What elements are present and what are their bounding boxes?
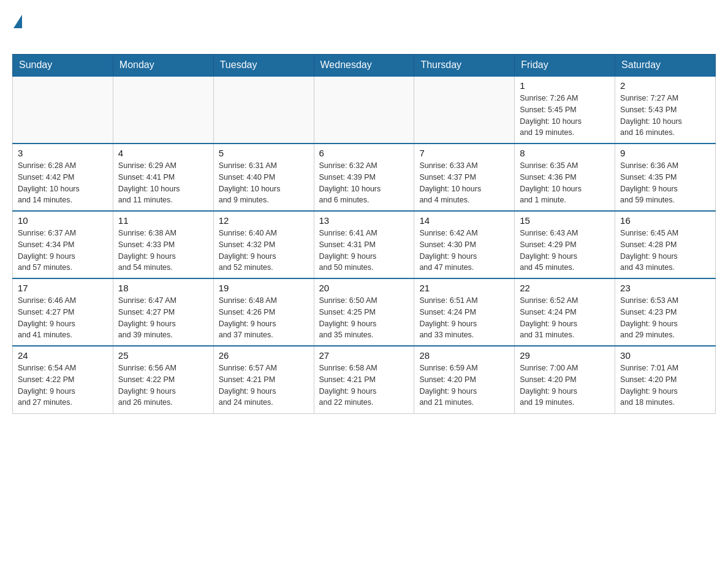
day-number: 19 [219,283,309,293]
calendar-cell: 27Sunrise: 6:58 AMSunset: 4:21 PMDayligh… [314,346,414,413]
calendar-table: SundayMondayTuesdayWednesdayThursdayFrid… [12,54,716,414]
day-info: Sunrise: 6:31 AMSunset: 4:40 PMDaylight:… [219,160,309,206]
calendar-cell: 26Sunrise: 6:57 AMSunset: 4:21 PMDayligh… [213,346,314,413]
day-number: 4 [118,148,208,158]
day-number: 3 [18,148,108,158]
day-info: Sunrise: 6:51 AMSunset: 4:24 PMDaylight:… [419,295,509,341]
logo-triangle-icon [13,15,22,28]
calendar-cell: 1Sunrise: 7:26 AMSunset: 5:45 PMDaylight… [515,76,615,144]
day-info: Sunrise: 6:33 AMSunset: 4:37 PMDaylight:… [419,160,509,206]
day-number: 9 [620,148,710,158]
calendar-cell: 5Sunrise: 6:31 AMSunset: 4:40 PMDaylight… [213,144,314,211]
day-info: Sunrise: 6:59 AMSunset: 4:20 PMDaylight:… [419,362,509,408]
calendar-cell: 6Sunrise: 6:32 AMSunset: 4:39 PMDaylight… [314,144,414,211]
day-number: 29 [520,350,610,361]
calendar-header-tuesday: Tuesday [213,55,314,77]
day-number: 13 [319,215,409,226]
calendar-cell: 12Sunrise: 6:40 AMSunset: 4:32 PMDayligh… [213,211,314,278]
day-number: 20 [319,283,409,293]
day-info: Sunrise: 6:48 AMSunset: 4:26 PMDaylight:… [219,295,309,341]
calendar-cell: 18Sunrise: 6:47 AMSunset: 4:27 PMDayligh… [113,278,213,346]
day-info: Sunrise: 6:54 AMSunset: 4:22 PMDaylight:… [18,362,108,408]
day-info: Sunrise: 6:58 AMSunset: 4:21 PMDaylight:… [319,362,409,408]
day-info: Sunrise: 7:27 AMSunset: 5:43 PMDaylight:… [620,93,710,139]
day-info: Sunrise: 6:57 AMSunset: 4:21 PMDaylight:… [219,362,309,408]
calendar-header-friday: Friday [515,55,615,77]
day-info: Sunrise: 6:56 AMSunset: 4:22 PMDaylight:… [118,362,208,408]
day-info: Sunrise: 6:45 AMSunset: 4:28 PMDaylight:… [620,228,710,274]
calendar-cell [113,76,213,144]
calendar-cell: 22Sunrise: 6:52 AMSunset: 4:24 PMDayligh… [515,278,615,346]
calendar-header-sunday: Sunday [13,55,113,77]
calendar-cell: 20Sunrise: 6:50 AMSunset: 4:25 PMDayligh… [314,278,414,346]
calendar-cell: 7Sunrise: 6:33 AMSunset: 4:37 PMDaylight… [414,144,515,211]
calendar-cell [13,76,113,144]
calendar-cell: 3Sunrise: 6:28 AMSunset: 4:42 PMDaylight… [13,144,113,211]
calendar-header-monday: Monday [113,55,213,77]
calendar-header-wednesday: Wednesday [314,55,414,77]
day-info: Sunrise: 7:00 AMSunset: 4:20 PMDaylight:… [520,362,610,408]
day-number: 26 [219,350,309,361]
day-number: 8 [520,148,610,158]
day-number: 25 [118,350,208,361]
day-number: 14 [419,215,509,226]
calendar-cell: 29Sunrise: 7:00 AMSunset: 4:20 PMDayligh… [515,346,615,413]
day-number: 10 [18,215,108,226]
day-number: 24 [18,350,108,361]
day-number: 7 [419,148,509,158]
day-info: Sunrise: 6:40 AMSunset: 4:32 PMDaylight:… [219,228,309,274]
calendar-cell [213,76,314,144]
day-number: 5 [219,148,309,158]
day-number: 21 [419,283,509,293]
day-number: 23 [620,283,710,293]
day-info: Sunrise: 6:32 AMSunset: 4:39 PMDaylight:… [319,160,409,206]
calendar-cell: 8Sunrise: 6:35 AMSunset: 4:36 PMDaylight… [515,144,615,211]
calendar-cell: 16Sunrise: 6:45 AMSunset: 4:28 PMDayligh… [615,211,716,278]
day-number: 12 [219,215,309,226]
calendar-cell: 10Sunrise: 6:37 AMSunset: 4:34 PMDayligh… [13,211,113,278]
logo [12,12,23,42]
day-number: 15 [520,215,610,226]
calendar-cell: 11Sunrise: 6:38 AMSunset: 4:33 PMDayligh… [113,211,213,278]
calendar-cell: 13Sunrise: 6:41 AMSunset: 4:31 PMDayligh… [314,211,414,278]
calendar-cell: 30Sunrise: 7:01 AMSunset: 4:20 PMDayligh… [615,346,716,413]
day-info: Sunrise: 6:52 AMSunset: 4:24 PMDaylight:… [520,295,610,341]
day-info: Sunrise: 6:28 AMSunset: 4:42 PMDaylight:… [18,160,108,206]
calendar-cell [314,76,414,144]
day-number: 17 [18,283,108,293]
day-number: 16 [620,215,710,226]
day-number: 1 [520,80,610,91]
calendar-cell: 24Sunrise: 6:54 AMSunset: 4:22 PMDayligh… [13,346,113,413]
day-number: 6 [319,148,409,158]
day-number: 11 [118,215,208,226]
day-info: Sunrise: 6:43 AMSunset: 4:29 PMDaylight:… [520,228,610,274]
day-info: Sunrise: 6:46 AMSunset: 4:27 PMDaylight:… [18,295,108,341]
calendar-cell: 23Sunrise: 6:53 AMSunset: 4:23 PMDayligh… [615,278,716,346]
week-row-1: 1Sunrise: 7:26 AMSunset: 5:45 PMDaylight… [13,76,716,144]
day-info: Sunrise: 6:36 AMSunset: 4:35 PMDaylight:… [620,160,710,206]
calendar-cell: 21Sunrise: 6:51 AMSunset: 4:24 PMDayligh… [414,278,515,346]
week-row-3: 10Sunrise: 6:37 AMSunset: 4:34 PMDayligh… [13,211,716,278]
day-info: Sunrise: 6:41 AMSunset: 4:31 PMDaylight:… [319,228,409,274]
day-info: Sunrise: 6:50 AMSunset: 4:25 PMDaylight:… [319,295,409,341]
week-row-5: 24Sunrise: 6:54 AMSunset: 4:22 PMDayligh… [13,346,716,413]
calendar-cell [414,76,515,144]
week-row-2: 3Sunrise: 6:28 AMSunset: 4:42 PMDaylight… [13,144,716,211]
logo-text [12,12,23,26]
day-info: Sunrise: 6:29 AMSunset: 4:41 PMDaylight:… [118,160,208,206]
day-number: 2 [620,80,710,91]
day-info: Sunrise: 6:42 AMSunset: 4:30 PMDaylight:… [419,228,509,274]
page-header [12,12,716,42]
week-row-4: 17Sunrise: 6:46 AMSunset: 4:27 PMDayligh… [13,278,716,346]
day-info: Sunrise: 6:38 AMSunset: 4:33 PMDaylight:… [118,228,208,274]
calendar-cell: 2Sunrise: 7:27 AMSunset: 5:43 PMDaylight… [615,76,716,144]
calendar-cell: 4Sunrise: 6:29 AMSunset: 4:41 PMDaylight… [113,144,213,211]
calendar-cell: 14Sunrise: 6:42 AMSunset: 4:30 PMDayligh… [414,211,515,278]
day-number: 18 [118,283,208,293]
calendar-header-thursday: Thursday [414,55,515,77]
day-info: Sunrise: 6:37 AMSunset: 4:34 PMDaylight:… [18,228,108,274]
calendar-header-row: SundayMondayTuesdayWednesdayThursdayFrid… [13,55,716,77]
day-info: Sunrise: 6:53 AMSunset: 4:23 PMDaylight:… [620,295,710,341]
calendar-cell: 15Sunrise: 6:43 AMSunset: 4:29 PMDayligh… [515,211,615,278]
calendar-cell: 19Sunrise: 6:48 AMSunset: 4:26 PMDayligh… [213,278,314,346]
